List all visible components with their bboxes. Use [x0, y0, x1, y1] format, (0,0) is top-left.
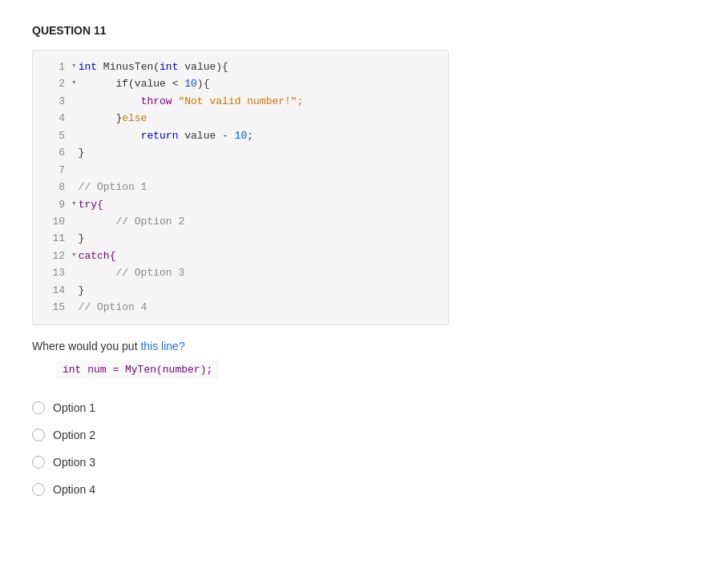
line-content: catch{	[79, 248, 116, 264]
option-label-3: Option 3	[53, 456, 95, 469]
code-line-2: 2 ▾ if(value < 10){	[33, 75, 448, 92]
code-line-14: 14 }	[33, 282, 448, 299]
line-number: 15	[42, 299, 65, 316]
option-item-4[interactable]: Option 4	[32, 483, 687, 496]
line-content: // Option 3	[79, 264, 185, 281]
line-number: 13	[42, 264, 65, 281]
line-number: 9	[42, 196, 65, 213]
option-item-1[interactable]: Option 1	[32, 401, 687, 414]
line-content: // Option 2	[79, 213, 185, 230]
line-content: }else	[79, 110, 147, 127]
radio-option-4[interactable]	[32, 483, 45, 496]
radio-option-3[interactable]	[32, 456, 45, 469]
code-line-4: 4 }else	[33, 110, 448, 127]
options-list: Option 1 Option 2 Option 3 Option 4	[32, 401, 687, 496]
question-container: QUESTION 11 1 ▾ int MinusTen(int value){…	[32, 24, 687, 496]
code-line-10: 10 // Option 2	[33, 213, 448, 230]
code-line-13: 13 // Option 3	[33, 264, 448, 281]
code-line-12: 12 ▾ catch{	[33, 248, 448, 264]
line-content: }	[79, 144, 85, 161]
code-line-15: 15 // Option 4	[33, 299, 448, 316]
line-content: if(value < 10){	[79, 75, 210, 92]
line-content: }	[79, 230, 85, 247]
code-line-5: 5 return value - 10;	[33, 127, 448, 144]
line-number: 2	[42, 75, 65, 92]
code-snippet: int num = MyTen(number);	[56, 360, 219, 379]
line-content: try{	[79, 196, 103, 213]
code-line-1: 1 ▾ int MinusTen(int value){	[33, 58, 448, 75]
line-number: 4	[42, 110, 65, 127]
line-number: 11	[42, 230, 65, 247]
line-number: 14	[42, 282, 65, 299]
line-content: // Option 4	[79, 299, 147, 316]
line-content: throw "Not valid number!";	[79, 93, 304, 110]
line-number: 5	[42, 127, 65, 144]
option-label-2: Option 2	[53, 429, 95, 441]
code-line-8: 8 // Option 1	[33, 179, 448, 195]
option-label-4: Option 4	[53, 483, 95, 496]
line-number: 8	[42, 179, 65, 195]
code-line-7: 7	[33, 162, 448, 179]
line-content: }	[79, 282, 85, 299]
option-item-3[interactable]: Option 3	[32, 456, 687, 469]
line-number: 6	[42, 144, 65, 161]
prompt-highlight: this line?	[140, 340, 184, 352]
question-title: QUESTION 11	[32, 24, 687, 37]
code-line-6: 6 }	[33, 144, 448, 161]
line-content: // Option 1	[79, 179, 147, 195]
line-content: int MinusTen(int value){	[79, 58, 228, 75]
line-number: 7	[42, 162, 65, 179]
line-content: return value - 10;	[79, 127, 253, 144]
line-number: 3	[42, 93, 65, 110]
code-line-9: 9 ▾ try{	[33, 196, 448, 213]
line-number: 10	[42, 213, 65, 230]
line-number: 1	[42, 58, 65, 75]
radio-option-2[interactable]	[32, 429, 45, 441]
question-prompt: Where would you put this line?	[32, 340, 687, 352]
line-number: 12	[42, 248, 65, 264]
option-item-2[interactable]: Option 2	[32, 429, 687, 441]
radio-option-1[interactable]	[32, 401, 45, 414]
code-line-3: 3 throw "Not valid number!";	[33, 93, 448, 110]
code-line-11: 11 }	[33, 230, 448, 247]
code-block: 1 ▾ int MinusTen(int value){ 2 ▾ if(valu…	[32, 50, 449, 325]
option-label-1: Option 1	[53, 401, 95, 414]
